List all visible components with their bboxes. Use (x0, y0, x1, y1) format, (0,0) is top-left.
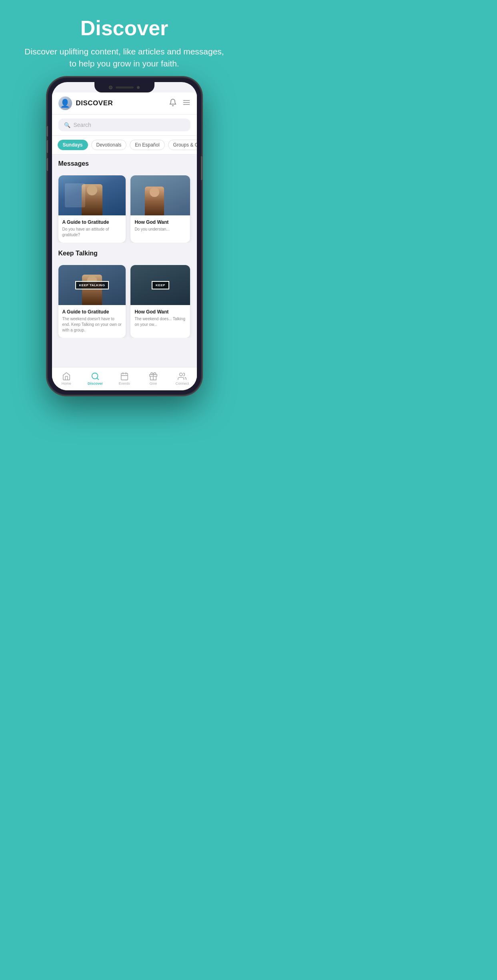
messages-cards-row: A Guide to Gratitude Do you have an atti… (52, 175, 197, 243)
phone-shell: 👤 DISCOVER (48, 78, 201, 394)
nav-home-label: Home (62, 382, 71, 386)
nav-connect-label: Connect (176, 382, 189, 386)
keep-talking-card-2-body: How God Want The weekend does... Talking… (130, 305, 190, 332)
discover-icon (91, 372, 100, 381)
keep-talking-card-1-image: KEEP TALKING (58, 265, 126, 305)
notch-speaker (116, 86, 134, 88)
volume-button-up (46, 140, 48, 153)
message-card-2-body: How God Want Do you understan... (130, 215, 190, 237)
page-title: Discover (24, 16, 224, 40)
search-placeholder: Search (74, 122, 91, 128)
app-header: 👤 DISCOVER (52, 92, 197, 114)
svg-rect-5 (121, 373, 128, 380)
message-card-1-body: A Guide to Gratitude Do you have an atti… (58, 215, 126, 243)
app-header-left: 👤 DISCOVER (58, 96, 113, 110)
give-icon (149, 372, 158, 381)
page-header: Discover Discover uplifting content, lik… (0, 0, 248, 78)
message-card-2-image (130, 175, 190, 215)
home-icon (62, 372, 71, 381)
keep-talking-card-2-title: How God Want (134, 309, 186, 315)
bell-icon[interactable] (169, 98, 177, 108)
keep-talking-card-2-image: KEEP (130, 265, 190, 305)
notch-cam-right (137, 86, 140, 89)
keep-talking-cards-row: KEEP TALKING A Guide to Gratitude The we… (52, 265, 197, 338)
connect-icon (178, 372, 186, 381)
keep-talking-card-1[interactable]: KEEP TALKING A Guide to Gratitude The we… (58, 265, 126, 338)
messages-section-title: Messages (58, 160, 190, 167)
app-title: DISCOVER (76, 99, 113, 107)
svg-point-9 (180, 373, 182, 376)
phone-screen: 👤 DISCOVER (52, 82, 197, 390)
keep-talking-badge-2: KEEP (152, 281, 169, 289)
svg-line-4 (97, 378, 98, 380)
bell-svg (169, 98, 177, 106)
keep-talking-section: Keep Talking (52, 243, 197, 265)
messages-section: Messages (52, 155, 197, 175)
phone-container: 👤 DISCOVER (48, 78, 201, 394)
nav-discover[interactable]: Discover (81, 372, 110, 386)
nav-give-label: Give (150, 382, 157, 386)
app-content: 👤 DISCOVER (52, 92, 197, 390)
nav-events-label: Events (119, 382, 130, 386)
avatar[interactable]: 👤 (58, 96, 72, 110)
keep-talking-card-2[interactable]: KEEP How God Want The weekend does... Ta… (130, 265, 190, 338)
silent-switch (46, 126, 48, 137)
tab-sundays[interactable]: Sundays (58, 140, 88, 150)
keep-talking-card-1-desc: The weekend doesn't have to end. Keep Ta… (62, 316, 122, 333)
message-card-1-image (58, 175, 126, 215)
app-header-icons (169, 98, 190, 108)
nav-give[interactable]: Give (139, 372, 168, 386)
scroll-content[interactable]: Messages A Guide to Gra (52, 155, 197, 390)
search-icon: 🔍 (64, 122, 70, 128)
message-card-2-title: How God Want (134, 219, 186, 225)
volume-button-down (46, 158, 48, 171)
nav-connect[interactable]: Connect (168, 372, 196, 386)
notch-cam-left (109, 86, 112, 89)
page-subtitle: Discover uplifting content, like article… (24, 46, 224, 70)
keep-talking-badge-1: KEEP TALKING (75, 281, 109, 289)
tab-groups-class[interactable]: Groups & Class (168, 140, 197, 150)
bottom-nav: Home Discover (52, 367, 197, 390)
nav-home[interactable]: Home (52, 372, 81, 386)
keep-talking-card-1-title: A Guide to Gratitude (62, 309, 122, 315)
nav-discover-label: Discover (88, 382, 103, 386)
message-card-1-desc: Do you have an attitude of gratitude? (62, 227, 122, 238)
search-bar-wrap: 🔍 Search (52, 114, 197, 136)
search-bar[interactable]: 🔍 Search (58, 118, 190, 131)
power-button (201, 156, 202, 180)
filter-tabs: Sundays Devotionals En Español Groups & … (52, 136, 197, 155)
keep-talking-section-title: Keep Talking (58, 250, 190, 257)
tab-en-espanol[interactable]: En Español (130, 140, 164, 150)
menu-icon[interactable] (182, 98, 190, 108)
message-card-2-desc: Do you understan... (134, 227, 186, 232)
keep-talking-card-2-desc: The weekend does... Talking on your ow..… (134, 316, 186, 327)
keep-talking-card-1-body: A Guide to Gratitude The weekend doesn't… (58, 305, 126, 338)
message-card-1-title: A Guide to Gratitude (62, 219, 122, 225)
phone-notch (94, 82, 154, 92)
message-card-1[interactable]: A Guide to Gratitude Do you have an atti… (58, 175, 126, 243)
message-card-2[interactable]: How God Want Do you understan... (130, 175, 190, 243)
events-icon (120, 372, 129, 381)
nav-events[interactable]: Events (110, 372, 138, 386)
menu-svg (182, 98, 190, 106)
tab-devotionals[interactable]: Devotionals (91, 140, 127, 150)
